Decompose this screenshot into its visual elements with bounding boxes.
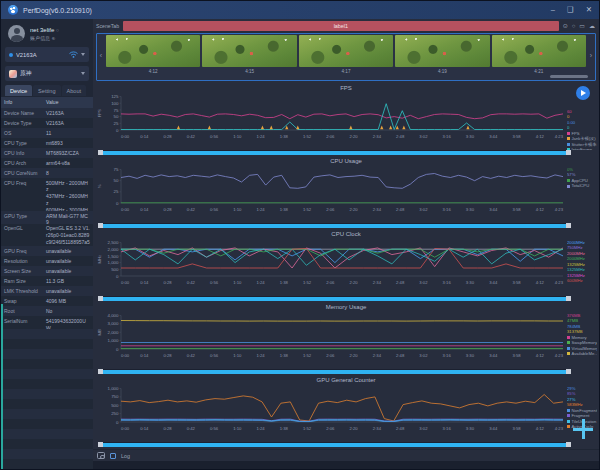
info-cell: GPU Type	[1, 211, 43, 224]
user-block[interactable]: net 3elife ○ 账户信息 ⊕	[1, 19, 93, 47]
svg-text:3:58: 3:58	[512, 353, 521, 358]
marker-icon[interactable]: ⊙	[563, 23, 568, 29]
table-row: Ram Size11.3 GB	[1, 276, 93, 286]
legend-item[interactable]: InterFrame	[567, 147, 597, 150]
gpu-plot[interactable]: 02505007501,0000:000:140:280:420:561:101…	[95, 385, 567, 431]
fps-plot[interactable]: 0255075100125FPS0:000:140:280:420:561:10…	[95, 93, 567, 139]
slider-handle-right[interactable]	[566, 296, 571, 301]
sidebar: net 3elife ○ 账户信息 ⊕ V2163A	[1, 19, 93, 469]
fps-range-slider[interactable]	[98, 150, 571, 155]
svg-text:FPS: FPS	[97, 109, 102, 117]
svg-text:3:16: 3:16	[443, 426, 452, 431]
memory-plot[interactable]: 01,0002,0003,0004,000MB0:000:140:280:420…	[95, 312, 567, 358]
cpu-usage-range-slider[interactable]	[98, 223, 571, 228]
thumbnail-image[interactable]	[395, 35, 489, 67]
slider-bar[interactable]	[103, 151, 566, 155]
value-cell: mt6893	[43, 138, 93, 148]
slider-handle-right[interactable]	[566, 223, 571, 228]
thumbnail-image[interactable]	[492, 35, 586, 67]
scene-thumbnail[interactable]: 4:19	[395, 35, 489, 75]
wifi-icon[interactable]	[69, 51, 78, 58]
svg-text:0:00: 0:00	[121, 280, 130, 285]
svg-text:250: 250	[111, 411, 119, 416]
svg-text:75: 75	[114, 108, 119, 113]
svg-text:2,500: 2,500	[108, 240, 120, 245]
table-row	[1, 439, 93, 449]
user-badge-icon: ○	[56, 27, 59, 33]
svg-text:2:34: 2:34	[373, 280, 382, 285]
legend-swatch-icon	[567, 137, 570, 140]
chevron-down-icon[interactable]	[81, 72, 85, 75]
cpu-clock-plot[interactable]: 05001,0001,5002,0002,500MHz0:000:140:280…	[95, 239, 567, 285]
tab-about[interactable]: About	[62, 85, 87, 96]
crosshair-icon[interactable]	[573, 419, 593, 439]
slider-bar[interactable]	[103, 224, 566, 228]
svg-text:3:30: 3:30	[466, 207, 475, 212]
svg-text:MHz: MHz	[97, 255, 102, 264]
scene-thumbnail[interactable]: 4:15	[202, 35, 296, 75]
minimize-button[interactable]: –	[551, 1, 555, 19]
svg-text:2:06: 2:06	[326, 353, 335, 358]
thumbnail-image[interactable]	[106, 35, 200, 67]
legend-item[interactable]: TotalCPU	[567, 183, 597, 188]
svg-text:1:10: 1:10	[233, 353, 242, 358]
svg-text:0:14: 0:14	[140, 353, 149, 358]
svg-text:2:48: 2:48	[396, 134, 405, 139]
folder-icon[interactable]: ▭	[579, 23, 585, 29]
cpu-usage-plot[interactable]: 0255075%0:000:140:280:420:561:101:241:38…	[95, 166, 567, 212]
memory-range-slider[interactable]	[98, 369, 571, 374]
maximize-button[interactable]: ❑	[567, 1, 574, 19]
table-row: CPU InfoMT6893Z/CZA	[1, 148, 93, 158]
play-button[interactable]	[576, 86, 590, 100]
table-row	[1, 429, 93, 439]
screenshot-icon[interactable]	[97, 452, 105, 459]
slider-bar[interactable]	[103, 370, 566, 374]
info-cell: CPU Type	[1, 138, 43, 148]
tab-setting[interactable]: Setting	[33, 85, 60, 96]
bottom-scroll-area[interactable]	[93, 461, 599, 469]
slider-handle-right[interactable]	[566, 442, 571, 447]
cpu-clock-range-slider[interactable]	[98, 296, 571, 301]
value-cell: unavailable	[43, 246, 93, 256]
info-cell: Resolution	[1, 256, 43, 266]
scene-thumbnail[interactable]: 4:21	[492, 35, 586, 75]
timeline-next-button[interactable]: ›	[588, 35, 594, 75]
cpu-usage-legend: 0%57%AppCPUTotalCPU	[567, 166, 597, 223]
info-cell	[1, 459, 43, 469]
scene-thumbnail[interactable]: 4:12	[106, 35, 200, 75]
circle-icon[interactable]: ○	[572, 23, 576, 29]
svg-text:50: 50	[114, 178, 119, 183]
value-cell	[43, 429, 93, 439]
svg-text:4:12: 4:12	[536, 134, 545, 139]
slider-handle-right[interactable]	[566, 150, 571, 155]
chevron-down-icon[interactable]	[81, 53, 85, 56]
svg-text:500: 500	[111, 403, 119, 408]
info-cell	[1, 339, 43, 349]
scene-label-banner[interactable]: label1	[123, 21, 559, 31]
table-row: Device TypeV2163A	[1, 118, 93, 128]
sidebar-scrollbar[interactable]	[1, 304, 3, 469]
scene-thumbnail[interactable]: 4:17	[299, 35, 393, 75]
svg-text:25: 25	[114, 121, 119, 126]
close-button[interactable]: ✕	[586, 1, 592, 19]
slider-bar[interactable]	[103, 297, 566, 301]
log-checkbox[interactable]	[110, 453, 116, 459]
app-select-label: 原神	[20, 69, 78, 78]
gpu-range-slider[interactable]	[98, 442, 571, 447]
device-select[interactable]: V2163A	[5, 47, 89, 62]
app-select[interactable]: 原神	[5, 66, 89, 81]
slider-handle-right[interactable]	[566, 369, 571, 374]
tab-device[interactable]: Device	[5, 85, 32, 96]
legend-swatch-icon	[567, 347, 570, 350]
legend-item[interactable]: AvailableMe...	[567, 351, 597, 356]
thumbnail-image[interactable]	[202, 35, 296, 67]
info-cell: Device Name	[1, 108, 43, 118]
svg-text:0:28: 0:28	[163, 134, 172, 139]
svg-text:4:23: 4:23	[555, 426, 564, 431]
table-row: CPU Freq500MHz - 2000MHz 437MHz - 2600MH…	[1, 178, 93, 211]
timeline-scrollbar[interactable]	[104, 75, 588, 79]
thumbnail-image[interactable]	[299, 35, 393, 67]
timeline-prev-button[interactable]: ‹	[98, 35, 104, 75]
slider-bar[interactable]	[103, 443, 566, 447]
cloud-icon[interactable]: ☁	[589, 23, 595, 29]
